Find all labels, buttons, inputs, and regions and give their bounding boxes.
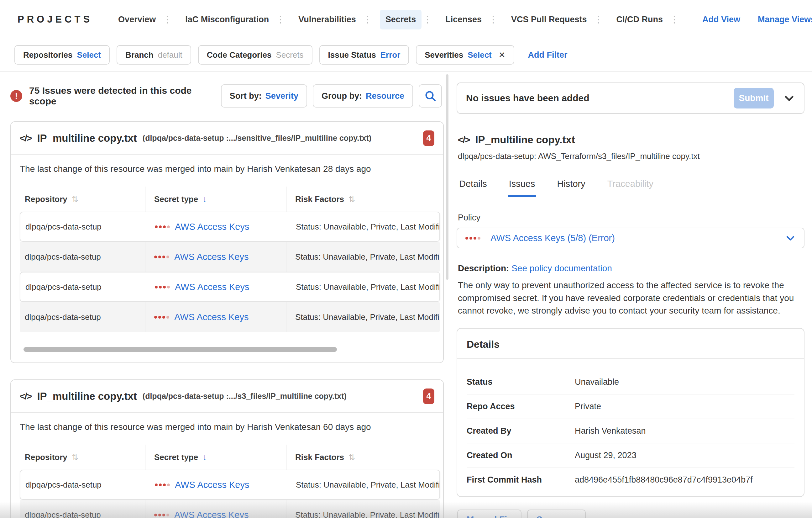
secret-type-link[interactable]: AWS Access Keys (174, 510, 249, 518)
resource-card-title: IP_multiline copy.txt (37, 132, 137, 144)
table-column-header[interactable]: Secret type ↓ (145, 187, 286, 212)
vertical-scrollbar-thumb[interactable] (446, 74, 448, 280)
kebab-menu-icon[interactable]: ⋮ (163, 15, 172, 24)
filter-chip-label: Issue Status (328, 50, 376, 60)
filter-chip-branch[interactable]: Branch default (117, 45, 191, 64)
masked-secret-icon (155, 285, 170, 289)
policy-documentation-link[interactable]: See policy documentation (512, 264, 612, 273)
tab-secrets[interactable]: Secrets (380, 10, 422, 29)
secret-type-link[interactable]: AWS Access Keys (175, 282, 249, 292)
policy-dropdown[interactable]: AWS Access Keys (5/8) (Error) (457, 228, 805, 248)
table-rows: dlpqa/pcs-data-setup AWS Access Keys Sta… (20, 212, 443, 332)
resource-card-header[interactable]: </> IP_multiline copy.txt (dlpqa/pcs-dat… (11, 122, 443, 155)
tab-iac-misconfiguration[interactable]: IaC Misconfiguration (180, 10, 274, 29)
kebab-menu-icon[interactable]: ⋮ (489, 15, 498, 24)
table-rows: dlpqa/pcs-data-setup AWS Access Keys Sta… (20, 470, 443, 518)
secret-type-link[interactable]: AWS Access Keys (174, 312, 249, 322)
tab-overview[interactable]: Overview (113, 10, 162, 29)
filter-chip-label: Branch (125, 50, 153, 60)
resource-cards: </> IP_multiline copy.txt (dlpqa/pcs-dat… (10, 121, 446, 518)
risk-factors-cell: Status: Unavailable, Private, Last Modif… (287, 212, 439, 241)
table-column-header[interactable]: Risk Factors ⇅ (286, 187, 443, 212)
secret-type-link[interactable]: AWS Access Keys (174, 252, 249, 262)
table-column-label: Secret type (154, 453, 198, 462)
projects-logo: PROJECTS (18, 14, 92, 25)
submit-button[interactable]: Submit (734, 88, 774, 108)
sort-icon[interactable]: ⇅ (348, 453, 355, 462)
manual-fix-button[interactable]: Manual Fix (457, 510, 521, 518)
table-column-header[interactable]: Repository ⇅ (20, 194, 145, 204)
horizontal-scrollbar-thumb[interactable] (24, 347, 337, 352)
resource-card-path: (dlpqa/pcs-data-setup :.../s3_files/IP_m… (143, 392, 347, 401)
nav-tab-group: Licenses ⋮ (440, 10, 505, 29)
tab-licenses[interactable]: Licenses (440, 10, 487, 29)
secret-type-cell: AWS Access Keys (146, 272, 287, 301)
sort-icon[interactable]: ⇅ (348, 195, 355, 204)
sort-by-control[interactable]: Sort by: Severity (221, 84, 307, 108)
table-row[interactable]: dlpqa/pcs-data-setup AWS Access Keys Sta… (20, 500, 440, 518)
last-change-note: The last change of this resource was mer… (20, 164, 443, 174)
tab-vulnerabilities[interactable]: Vulnerabilities (293, 10, 361, 29)
kebab-menu-icon[interactable]: ⋮ (594, 15, 603, 24)
table-column-header[interactable]: Risk Factors ⇅ (286, 445, 443, 470)
table-row[interactable]: dlpqa/pcs-data-setup AWS Access Keys Sta… (20, 242, 440, 272)
table-row[interactable]: dlpqa/pcs-data-setup AWS Access Keys Sta… (20, 212, 440, 242)
tab-history[interactable]: History (556, 174, 586, 197)
issues-header: ! 75 Issues were detected in this code s… (10, 84, 446, 108)
table-column-header[interactable]: Secret type ↓ (145, 445, 286, 470)
tab-issues[interactable]: Issues (508, 174, 536, 197)
sort-icon[interactable]: ⇅ (72, 195, 78, 204)
details-rows: Status Unavailable Repo Acces Private Cr… (457, 359, 804, 496)
description-label: Description: (458, 264, 509, 273)
description-body: The only way to prevent unauthorized acc… (457, 279, 805, 317)
filter-chip-code-categories[interactable]: Code Categories Secrets (198, 45, 313, 64)
tab-vcs-pull-requests[interactable]: VCS Pull Requests (505, 10, 592, 29)
table-row[interactable]: dlpqa/pcs-data-setup AWS Access Keys Sta… (20, 302, 440, 332)
group-by-control[interactable]: Group by: Resource (313, 84, 413, 108)
main-content: ! 75 Issues were detected in this code s… (0, 72, 812, 518)
sort-icon[interactable]: ↓ (202, 452, 207, 462)
resource-card-body: The last change of this resource was mer… (11, 155, 443, 362)
chevron-down-icon[interactable] (783, 92, 795, 104)
filter-chip-issue-status[interactable]: Issue Status Error (319, 45, 409, 64)
resource-card-header[interactable]: </> IP_multiline copy.txt (dlpqa/pcs-dat… (11, 380, 443, 413)
table-row[interactable]: dlpqa/pcs-data-setup AWS Access Keys Sta… (20, 272, 440, 302)
filter-chip-severities[interactable]: Severities Select ✕ (416, 45, 514, 64)
table-row[interactable]: dlpqa/pcs-data-setup AWS Access Keys Sta… (20, 470, 440, 500)
masked-secret-icon (155, 225, 170, 228)
suppress-button[interactable]: Suppress (527, 510, 586, 518)
table-column-label: Risk Factors (295, 453, 344, 462)
kebab-menu-icon[interactable]: ⋮ (423, 15, 432, 24)
kebab-menu-icon[interactable]: ⋮ (276, 15, 285, 24)
search-button[interactable] (419, 84, 442, 108)
add-view-link[interactable]: Add View (700, 15, 742, 25)
nav-tabs: Overview ⋮ IaC Misconfiguration ⋮ Vulner… (113, 10, 687, 29)
detail-row-value: Harish Venkatesan (575, 426, 646, 436)
tab-ci-cd-runs[interactable]: CI/CD Runs (611, 10, 669, 29)
secret-type-link[interactable]: AWS Access Keys (175, 480, 249, 490)
sort-icon[interactable]: ⇅ (72, 453, 78, 462)
filter-chip-value: Select (77, 50, 101, 60)
close-icon[interactable]: ✕ (499, 50, 505, 60)
nav-tab-group: Secrets ⋮ (380, 10, 440, 29)
table-column-label: Repository (25, 194, 67, 204)
list-controls: Sort by: Severity Group by: Resource (221, 84, 442, 108)
sort-icon[interactable]: ↓ (202, 194, 207, 204)
tab-details[interactable]: Details (458, 174, 488, 197)
secret-type-link[interactable]: AWS Access Keys (175, 222, 249, 232)
filter-chip-value: Error (380, 50, 401, 60)
detail-row-label: Status (467, 377, 575, 387)
filter-chip-label: Repositories (23, 50, 73, 60)
table-column-header[interactable]: Repository ⇅ (20, 453, 145, 462)
table-header: Repository ⇅ Secret type ↓ Risk Factors … (20, 445, 443, 470)
repository-cell: dlpqa/pcs-data-setup (20, 242, 145, 272)
nav-tab-label: Secrets (385, 15, 416, 24)
kebab-menu-icon[interactable]: ⋮ (363, 15, 372, 24)
add-filter-button[interactable]: Add Filter (526, 50, 570, 60)
issues-count-title: 75 Issues were detected in this code sco… (29, 85, 221, 107)
tab-traceability[interactable]: Traceability (606, 174, 655, 197)
filter-chip-repositories[interactable]: Repositories Select (14, 45, 110, 64)
kebab-menu-icon[interactable]: ⋮ (670, 15, 679, 24)
manage-views-link[interactable]: Manage Views (756, 15, 812, 25)
resource-card-body: The last change of this resource was mer… (11, 413, 443, 518)
